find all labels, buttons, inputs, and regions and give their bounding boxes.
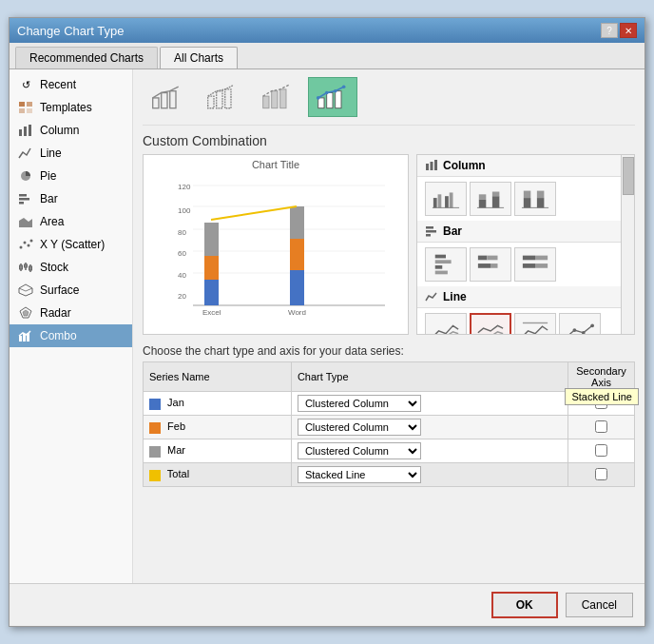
feb-color-swatch — [149, 422, 161, 434]
svg-rect-2 — [19, 108, 25, 113]
series-chart-type-jan: Clustered Column Stacked Line — [291, 392, 567, 416]
line-btn[interactable] — [425, 313, 467, 335]
sidebar-item-line[interactable]: Line — [10, 142, 132, 165]
title-bar: Change Chart Type ? ✕ — [10, 18, 644, 43]
svg-rect-31 — [208, 96, 214, 108]
100pct-stacked-bar-btn[interactable] — [514, 247, 556, 282]
scrollbar-thumb[interactable] — [623, 157, 634, 195]
svg-marker-11 — [19, 218, 32, 227]
ok-button[interactable]: OK — [491, 592, 558, 618]
svg-point-99 — [573, 328, 577, 332]
combo-type-btn-3[interactable] — [253, 77, 302, 117]
chart-title: Chart Title — [144, 159, 408, 170]
svg-rect-95 — [523, 263, 535, 268]
svg-marker-22 — [19, 284, 32, 296]
radar-icon — [17, 306, 34, 320]
svg-rect-60 — [290, 239, 304, 270]
sidebar-item-templates[interactable]: Templates — [10, 96, 132, 119]
svg-rect-64 — [426, 164, 429, 170]
svg-marker-24 — [23, 310, 29, 316]
series-label: Choose the chart type and axis for your … — [143, 344, 635, 358]
tab-recommended[interactable]: Recommended Charts — [15, 47, 158, 68]
svg-rect-84 — [426, 234, 431, 237]
combo-type-btn-4[interactable] — [308, 77, 357, 117]
svg-rect-25 — [19, 336, 22, 342]
sidebar-item-bar[interactable]: Bar — [10, 187, 132, 210]
mar-chart-type-select[interactable]: Clustered Column Stacked Line — [298, 442, 421, 459]
total-axis-checkbox[interactable] — [595, 468, 607, 480]
change-chart-type-dialog: Change Chart Type ? ✕ Recommended Charts… — [9, 17, 645, 627]
series-name-total: Total — [144, 463, 292, 487]
line-icon — [17, 146, 34, 160]
sidebar-item-surface[interactable]: Surface — [10, 279, 132, 302]
svg-rect-93 — [523, 256, 535, 261]
scatter-icon — [17, 238, 34, 251]
bottom-bar: OK Cancel — [10, 583, 644, 626]
line-with-markers-btn[interactable] — [559, 313, 601, 335]
svg-rect-75 — [492, 192, 500, 197]
table-row: Mar Clustered Column Stacked Line — [144, 439, 635, 463]
close-button[interactable]: ✕ — [620, 23, 637, 38]
sidebar-item-radar[interactable]: Radar — [10, 302, 132, 324]
sidebar-item-recent[interactable]: ↺ Recent — [10, 73, 132, 96]
panel-scrollbar[interactable] — [621, 155, 634, 334]
help-button[interactable]: ? — [601, 23, 618, 38]
sidebar-item-area[interactable]: Area — [10, 210, 132, 233]
total-dropdown-cell: Clustered Column Stacked Line — [298, 466, 562, 483]
combo-type-btn-2[interactable] — [198, 77, 247, 117]
panel-column-icons — [417, 177, 634, 221]
total-chart-type-select[interactable]: Clustered Column Stacked Line — [298, 466, 421, 483]
column-icon — [17, 124, 34, 137]
cancel-button[interactable]: Cancel — [566, 593, 633, 617]
svg-rect-28 — [153, 98, 159, 108]
svg-rect-78 — [524, 191, 531, 199]
100pct-stacked-column-btn[interactable] — [514, 182, 556, 216]
svg-text:80: 80 — [178, 228, 186, 237]
series-table: Series Name Chart Type Secondary Axis Ja… — [143, 361, 635, 487]
main-area: Custom Combination Chart Title 120 100 8… — [133, 69, 644, 583]
clustered-bar-btn[interactable] — [425, 247, 467, 282]
recent-icon: ↺ — [17, 78, 34, 91]
clustered-column-btn[interactable] — [425, 182, 467, 216]
sidebar-item-column[interactable]: Column — [10, 119, 132, 142]
svg-rect-80 — [537, 191, 545, 199]
svg-rect-1 — [27, 102, 32, 107]
svg-rect-9 — [19, 198, 29, 201]
sidebar-item-pie[interactable]: Pie — [10, 165, 132, 187]
stacked-column-btn[interactable] — [470, 182, 511, 216]
svg-rect-77 — [524, 198, 531, 207]
svg-rect-6 — [29, 125, 31, 136]
sidebar-item-stock[interactable]: Stock — [10, 256, 132, 279]
jan-chart-type-select[interactable]: Clustered Column Stacked Line — [298, 395, 421, 412]
svg-rect-8 — [19, 194, 27, 197]
svg-rect-37 — [318, 98, 324, 108]
svg-text:Excel: Excel — [202, 308, 221, 317]
chart-icons-row — [143, 77, 635, 126]
svg-point-100 — [582, 331, 586, 335]
tabs-row: Recommended Charts All Charts — [10, 43, 644, 69]
feb-chart-type-select[interactable]: Clustered Column Stacked Line — [298, 419, 421, 436]
mar-axis-checkbox[interactable] — [595, 444, 607, 457]
svg-rect-58 — [204, 223, 219, 256]
svg-rect-34 — [263, 96, 269, 108]
combo-icon — [17, 329, 34, 342]
svg-text:120: 120 — [178, 183, 191, 191]
svg-rect-39 — [336, 91, 341, 108]
sidebar-item-combo[interactable]: Combo — [10, 324, 132, 347]
100pct-stacked-line-btn[interactable] — [514, 313, 556, 335]
svg-rect-68 — [438, 194, 442, 207]
stacked-bar-btn[interactable] — [470, 247, 511, 282]
svg-rect-33 — [225, 89, 231, 108]
bar-icon — [17, 192, 34, 205]
series-chart-type-total: Clustered Column Stacked Line — [291, 463, 567, 487]
sidebar-item-xy-scatter[interactable]: X Y (Scatter) — [10, 233, 132, 256]
jan-dropdown-cell: Clustered Column Stacked Line — [298, 395, 562, 412]
svg-rect-4 — [19, 129, 22, 136]
svg-rect-56 — [204, 280, 219, 305]
svg-rect-0 — [19, 102, 25, 107]
tab-all-charts[interactable]: All Charts — [160, 47, 238, 68]
feb-axis-checkbox[interactable] — [595, 420, 607, 433]
stacked-line-btn[interactable] — [470, 313, 511, 335]
col-header-series: Series Name — [144, 362, 292, 392]
combo-type-btn-1[interactable] — [143, 77, 192, 117]
